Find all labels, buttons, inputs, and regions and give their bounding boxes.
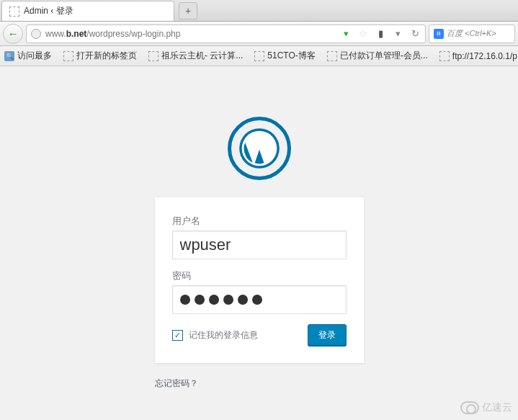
star-icon[interactable]: ☆ xyxy=(357,28,369,40)
password-input[interactable] xyxy=(172,285,347,314)
login-button[interactable]: 登录 xyxy=(308,324,347,346)
back-button[interactable]: ← xyxy=(3,24,23,44)
remember-checkbox-label[interactable]: ✓ 记住我的登录信息 xyxy=(172,329,258,341)
page-icon xyxy=(63,51,73,61)
watermark-logo-icon xyxy=(460,401,479,414)
page-content: 用户名 密码 ✓ 记住我的登录信息 登录 忘记密码？ 亿速云 xyxy=(0,66,518,420)
bookmark-item[interactable]: 打开新的标签页 xyxy=(63,50,137,62)
page-icon xyxy=(254,51,264,61)
address-bar[interactable]: www.b.net/wordpress/wp-login.php ▾ ☆ ▮ ▾… xyxy=(26,24,426,43)
wordpress-logo[interactable] xyxy=(228,117,291,180)
search-icon: 🔍 xyxy=(4,51,14,61)
new-tab-button[interactable]: + xyxy=(179,2,197,19)
search-placeholder: 百度 <Ctrl+K> xyxy=(447,28,496,39)
password-label: 密码 xyxy=(172,269,347,282)
page-icon xyxy=(439,51,450,61)
login-form: 用户名 密码 ✓ 记住我的登录信息 登录 xyxy=(155,197,364,363)
browser-tab-strip: Admin ‹ 登录 + xyxy=(0,0,518,22)
bookmark-item[interactable]: 祖乐云主机- 云计算... xyxy=(148,50,243,62)
browser-nav-bar: ← www.b.net/wordpress/wp-login.php ▾ ☆ ▮… xyxy=(0,22,518,46)
globe-icon xyxy=(31,29,41,39)
checkbox-checked-icon: ✓ xyxy=(172,330,183,341)
bookmark-item[interactable]: 已付款订单管理-会员... xyxy=(327,50,428,62)
browser-tab-active[interactable]: Admin ‹ 登录 xyxy=(1,1,174,21)
bookmarks-toolbar: 🔍访问最多 打开新的标签页 祖乐云主机- 云计算... 51CTO-博客 已付款… xyxy=(0,46,518,66)
forgot-password-link[interactable]: 忘记密码？ xyxy=(155,377,364,390)
watermark: 亿速云 xyxy=(460,401,512,414)
username-input[interactable] xyxy=(172,231,347,259)
username-label: 用户名 xyxy=(172,215,347,228)
search-box[interactable]: B 百度 <Ctrl+K> xyxy=(429,24,515,43)
down-arrow-icon[interactable]: ▾ xyxy=(340,28,352,40)
tab-title: Admin ‹ 登录 xyxy=(24,5,73,17)
page-icon xyxy=(148,51,158,61)
bookmark-item[interactable]: 🔍访问最多 xyxy=(4,50,52,62)
dropdown-icon[interactable]: ▾ xyxy=(392,28,403,40)
reload-icon[interactable]: ↻ xyxy=(409,28,421,40)
bookmark-item[interactable]: ftp://172.16.0.1/p xyxy=(439,51,517,61)
wordpress-icon xyxy=(238,128,280,169)
remember-text: 记住我的登录信息 xyxy=(189,329,258,341)
page-icon xyxy=(327,51,337,61)
bookmark-item[interactable]: 51CTO-博客 xyxy=(254,50,315,62)
page-icon xyxy=(9,6,19,17)
baidu-icon: B xyxy=(434,29,444,39)
device-icon[interactable]: ▮ xyxy=(375,28,386,40)
url-text: www.b.net/wordpress/wp-login.php xyxy=(45,29,336,39)
